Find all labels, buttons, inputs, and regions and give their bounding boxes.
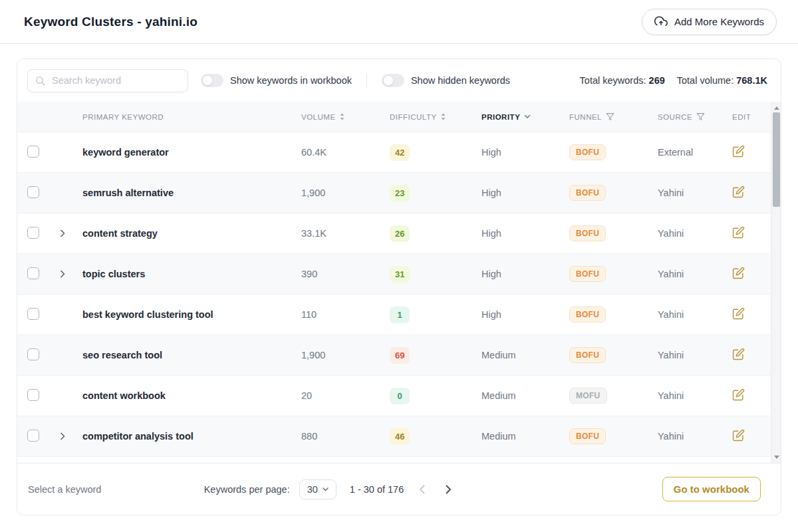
edit-icon[interactable]	[732, 348, 745, 360]
difficulty-badge: 26	[390, 225, 410, 242]
difficulty-badge: 0	[390, 388, 410, 404]
show-workbook-toggle[interactable]	[201, 74, 223, 87]
search-input[interactable]	[52, 75, 181, 86]
table-row[interactable]: keyword generator 60.4K 42 High BOFU Ext…	[17, 132, 781, 173]
row-checkbox[interactable]	[27, 430, 39, 442]
funnel-badge: BOFU	[569, 307, 606, 323]
volume-cell: 33.1K	[289, 228, 377, 239]
search-box[interactable]	[27, 69, 188, 92]
keyword-cell: content workbook	[74, 390, 289, 401]
difficulty-badge: 1	[390, 307, 410, 323]
show-hidden-toggle[interactable]	[382, 74, 404, 87]
keyword-table-card: Show keywords in workbook Show hidden ke…	[17, 59, 781, 515]
expand-chevron-icon[interactable]	[56, 267, 69, 281]
edit-icon[interactable]	[732, 388, 745, 401]
row-checkbox[interactable]	[27, 227, 39, 239]
row-checkbox[interactable]	[27, 186, 39, 198]
checkbox-cell	[17, 348, 51, 362]
table-row[interactable]: content strategy 33.1K 26 High BOFU Yahi…	[17, 213, 781, 254]
column-volume[interactable]: VOLUME	[289, 113, 377, 121]
funnel-badge: BOFU	[569, 266, 606, 282]
keyword-cell: content strategy	[74, 228, 289, 239]
add-more-keywords-button[interactable]: Add More Keywords	[642, 9, 777, 35]
scrollbar-thumb[interactable]	[773, 112, 780, 207]
difficulty-cell: 26	[377, 225, 469, 242]
column-difficulty[interactable]: DIFFICULTY	[377, 113, 469, 121]
chevron-down-icon	[524, 114, 531, 119]
per-page-value: 30	[307, 484, 318, 495]
keyword-cell: topic clusters	[74, 269, 289, 279]
checkbox-cell	[17, 430, 51, 444]
column-funnel[interactable]: FUNNEL	[557, 112, 645, 121]
funnel-cell: BOFU	[557, 428, 645, 444]
priority-cell: Medium	[469, 431, 557, 442]
edit-icon[interactable]	[732, 186, 745, 198]
source-cell: Yahini	[645, 350, 720, 360]
source-cell: Yahini	[645, 309, 720, 320]
keyword-cell: seo research tool	[74, 350, 289, 360]
row-checkbox[interactable]	[27, 389, 39, 401]
expand-cell	[51, 308, 74, 321]
go-to-workbook-button[interactable]: Go to workbook	[662, 477, 761, 501]
funnel-badge: BOFU	[569, 144, 606, 160]
add-more-keywords-label: Add More Keywords	[674, 16, 764, 27]
edit-icon[interactable]	[732, 307, 745, 320]
keyword-cell: best keyword clustering tool	[74, 309, 289, 320]
funnel-cell: BOFU	[557, 307, 645, 323]
per-page-label: Keywords per page:	[204, 484, 290, 495]
volume-cell: 110	[289, 309, 377, 320]
show-workbook-label: Show keywords in workbook	[230, 75, 352, 86]
totals: Total keywords: 269 Total volume: 768.1K	[580, 75, 767, 86]
expand-cell	[51, 267, 74, 281]
expand-chevron-icon[interactable]	[56, 227, 69, 240]
scroll-down-arrow[interactable]	[771, 452, 781, 462]
difficulty-cell: 1	[377, 307, 469, 323]
row-checkbox[interactable]	[27, 267, 39, 279]
edit-icon[interactable]	[732, 145, 745, 158]
per-page-select[interactable]: 30	[299, 479, 336, 499]
table-row[interactable]: seo research tool 1,900 69 Medium BOFU Y…	[17, 335, 781, 376]
expand-chevron-icon[interactable]	[56, 430, 69, 443]
table-row[interactable]: content workbook 20 0 Medium MOFU Yahini	[17, 376, 781, 416]
checkbox-cell	[17, 389, 51, 403]
table-row[interactable]: best keyword clustering tool 110 1 High …	[17, 295, 781, 335]
edit-icon[interactable]	[732, 267, 745, 279]
row-checkbox[interactable]	[27, 308, 39, 320]
checkbox-cell	[17, 227, 51, 241]
scroll-up-arrow[interactable]	[771, 103, 781, 112]
row-checkbox[interactable]	[27, 348, 39, 360]
previous-page-button[interactable]	[413, 481, 430, 498]
difficulty-cell: 0	[377, 388, 469, 404]
toggle-knob	[202, 75, 213, 86]
table-header: PRIMARY KEYWORD VOLUME DIFFICULTY PRIORI…	[17, 102, 781, 132]
column-priority[interactable]: PRIORITY	[469, 113, 557, 121]
priority-cell: High	[469, 228, 557, 239]
checkbox-cell	[17, 146, 51, 160]
total-keywords: Total keywords: 269	[580, 75, 665, 86]
funnel-cell: BOFU	[557, 185, 645, 201]
difficulty-badge: 31	[390, 266, 410, 283]
table-row[interactable]: competitor analysis tool 880 46 Medium B…	[17, 416, 781, 457]
table-row[interactable]: topic clusters 390 31 High BOFU Yahini	[17, 254, 781, 295]
funnel-cell: BOFU	[557, 347, 645, 363]
show-hidden-label: Show hidden keywords	[411, 75, 510, 86]
edit-icon[interactable]	[732, 429, 745, 442]
priority-cell: Medium	[469, 390, 557, 401]
funnel-badge: BOFU	[569, 185, 606, 201]
edit-icon[interactable]	[732, 226, 745, 239]
total-keywords-value: 269	[649, 75, 665, 86]
difficulty-badge: 42	[390, 144, 410, 161]
column-primary-keyword: PRIMARY KEYWORD	[74, 113, 289, 121]
vertical-scrollbar[interactable]	[771, 102, 781, 463]
table-footer: Select a keyword Keywords per page: 30 1…	[17, 463, 781, 515]
checkbox-cell	[17, 267, 51, 281]
table-row[interactable]: semrush alternative 1,900 23 High BOFU Y…	[17, 173, 781, 213]
chevron-down-icon	[323, 487, 329, 491]
source-cell: Yahini	[645, 188, 720, 198]
next-page-button[interactable]	[440, 481, 457, 498]
expand-cell	[51, 389, 74, 402]
column-source[interactable]: SOURCE	[645, 112, 720, 121]
row-checkbox[interactable]	[27, 146, 39, 158]
difficulty-cell: 46	[377, 428, 469, 445]
filter-funnel-icon	[606, 112, 614, 121]
